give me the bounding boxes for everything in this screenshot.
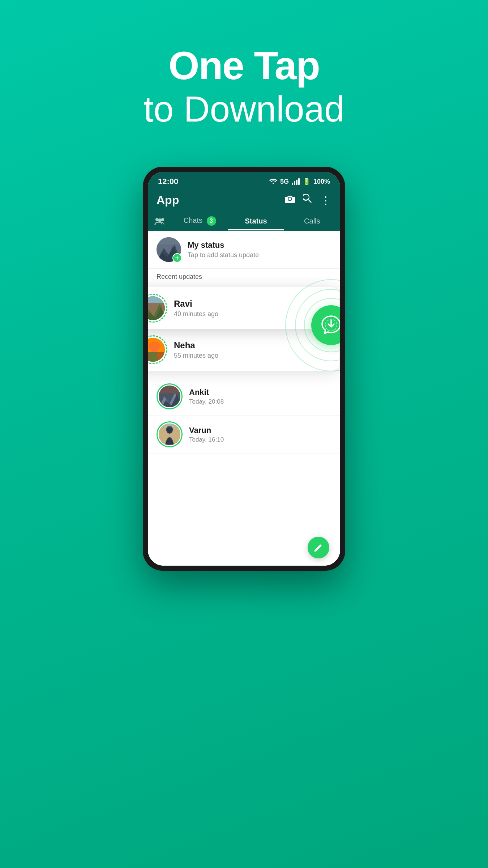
ravi-contact-info: Ravi 40 minutes ago xyxy=(174,299,218,318)
my-status-row[interactable]: + My status Tap to add status update xyxy=(148,231,340,269)
hero-line2: to Download xyxy=(144,87,344,131)
search-icon[interactable] xyxy=(303,194,312,206)
ankit-time: Today, 20:08 xyxy=(189,398,224,405)
hero-section: One Tap to Download xyxy=(144,43,344,131)
tab-status[interactable]: Status xyxy=(228,212,284,230)
tabs-bar: Chats 3 Status Calls xyxy=(148,211,340,231)
ankit-contact-info: Ankit Today, 20:08 xyxy=(189,388,224,405)
app-title-row: App xyxy=(157,193,331,211)
ankit-avatar-ring xyxy=(157,383,183,409)
wifi-icon xyxy=(269,178,277,185)
community-icon xyxy=(154,216,165,226)
varun-time: Today, 16:10 xyxy=(189,436,224,443)
ravi-avatar-inner xyxy=(148,296,165,320)
add-status-icon[interactable]: + xyxy=(172,253,182,263)
chats-badge: 3 xyxy=(207,216,216,226)
status-items-area: Ravi 40 minutes ago xyxy=(148,284,340,566)
varun-contact-info: Varun Today, 16:10 xyxy=(189,426,224,443)
phone-mockup: 12:00 5G xyxy=(128,167,360,571)
svg-rect-20 xyxy=(159,386,180,393)
header-icons: ⋮ xyxy=(285,194,331,207)
varun-avatar-inner xyxy=(159,424,180,445)
ankit-name: Ankit xyxy=(189,388,224,397)
status-icons: 5G 🔋 100% xyxy=(269,178,330,186)
signal-bars-icon xyxy=(292,178,300,185)
svg-point-1 xyxy=(161,218,164,221)
varun-avatar-ring xyxy=(157,421,183,447)
recent-updates-label: Recent updates xyxy=(148,269,340,284)
phone-screen: 12:00 5G xyxy=(148,172,340,566)
varun-name: Varun xyxy=(189,426,224,435)
svg-rect-10 xyxy=(148,296,165,303)
app-header: App xyxy=(148,190,340,211)
my-status-avatar: + xyxy=(157,237,181,262)
my-status-subtitle: Tap to add status update xyxy=(188,251,259,259)
edit-fab[interactable] xyxy=(308,537,329,558)
hero-line1: One Tap xyxy=(144,43,344,87)
svg-point-15 xyxy=(157,352,165,360)
status-bar: 12:00 5G xyxy=(148,172,340,190)
svg-point-12 xyxy=(149,341,160,352)
neha-name: Neha xyxy=(174,340,218,350)
tab-chats[interactable]: Chats 3 xyxy=(172,211,228,231)
tab-calls[interactable]: Calls xyxy=(284,212,340,230)
neha-avatar-ring xyxy=(148,335,167,364)
phone-frame: 12:00 5G xyxy=(143,167,345,571)
camera-icon[interactable] xyxy=(285,195,295,206)
ravi-avatar-ring xyxy=(148,294,167,323)
status-item-ankit[interactable]: Ankit Today, 20:08 xyxy=(148,378,340,416)
varun-avatar-img xyxy=(159,424,180,445)
battery-percent: 100% xyxy=(313,178,330,186)
tab-community[interactable] xyxy=(148,211,172,231)
ankit-avatar-img xyxy=(159,386,180,407)
neha-avatar-img xyxy=(148,338,165,362)
svg-rect-6 xyxy=(157,237,181,244)
regular-status-list: Ankit Today, 20:08 xyxy=(148,378,340,454)
ankit-avatar-inner xyxy=(159,386,180,407)
download-icon xyxy=(320,314,340,336)
neha-contact-info: Neha 55 minutes ago xyxy=(174,340,218,359)
my-status-info: My status Tap to add status update xyxy=(188,241,259,259)
neha-avatar-inner xyxy=(148,338,165,362)
ravi-name: Ravi xyxy=(174,299,218,309)
my-status-name: My status xyxy=(188,241,259,250)
svg-point-0 xyxy=(155,218,158,221)
status-item-varun[interactable]: Varun Today, 16:10 xyxy=(148,416,340,454)
more-icon[interactable]: ⋮ xyxy=(320,194,331,207)
svg-rect-23 xyxy=(159,424,180,427)
status-time: 12:00 xyxy=(158,177,178,186)
screen-body: + My status Tap to add status update Rec… xyxy=(148,231,340,566)
signal-label: 5G xyxy=(280,178,289,186)
neha-time: 55 minutes ago xyxy=(174,352,218,359)
battery-icon: 🔋 xyxy=(303,178,311,186)
ravi-avatar-img xyxy=(148,296,165,320)
ravi-time: 40 minutes ago xyxy=(174,310,218,318)
pencil-icon xyxy=(313,542,324,553)
svg-point-2 xyxy=(158,218,162,222)
app-title: App xyxy=(157,193,179,207)
